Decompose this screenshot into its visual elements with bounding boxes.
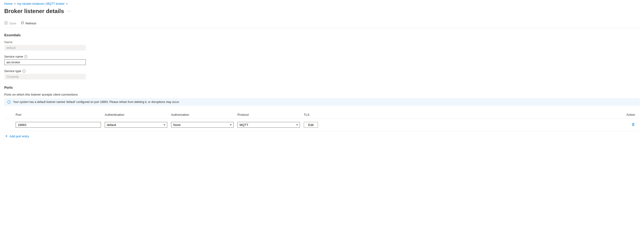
col-port: Port bbox=[16, 113, 101, 116]
col-tls: TLS bbox=[304, 113, 322, 116]
toolbar: Save Refresh bbox=[4, 21, 640, 28]
page-title-row: Broker listener details ··· bbox=[4, 8, 640, 15]
plus-icon: + bbox=[5, 134, 8, 138]
authentication-select[interactable]: default bbox=[105, 122, 167, 128]
protocol-select[interactable]: MQTT bbox=[238, 122, 300, 128]
authorization-select[interactable]: None bbox=[171, 122, 234, 128]
service-name-field: Service name i bbox=[4, 55, 640, 65]
trash-icon bbox=[632, 123, 635, 127]
info-banner-text: Your system has a default listener named… bbox=[13, 100, 180, 104]
page-title: Broker listener details bbox=[4, 8, 64, 15]
chevron-right-icon: > bbox=[66, 2, 68, 6]
refresh-button[interactable]: Refresh bbox=[20, 21, 36, 25]
info-icon[interactable]: i bbox=[22, 70, 26, 73]
service-type-field: Service type i bbox=[4, 69, 640, 79]
ports-heading: Ports bbox=[4, 86, 640, 89]
info-icon: i bbox=[7, 100, 11, 104]
port-input[interactable] bbox=[16, 122, 101, 128]
refresh-label: Refresh bbox=[26, 22, 36, 25]
refresh-icon bbox=[20, 21, 24, 25]
service-name-input[interactable] bbox=[4, 59, 86, 65]
col-action: Action bbox=[626, 113, 640, 116]
ports-description: Ports on which this listener accepts cli… bbox=[4, 93, 640, 96]
service-type-label: Service type bbox=[4, 69, 21, 73]
breadcrumb-home[interactable]: Home bbox=[4, 2, 12, 6]
name-label: Name bbox=[4, 40, 640, 44]
service-name-label-row: Service name i bbox=[4, 55, 640, 58]
table-row: default None MQTT bbox=[4, 119, 640, 131]
essentials-section: Essentials Name Service name i Service t… bbox=[4, 33, 640, 79]
svg-rect-1 bbox=[6, 22, 7, 23]
delete-button[interactable] bbox=[626, 123, 640, 127]
info-icon[interactable]: i bbox=[24, 55, 27, 58]
add-port-label: Add port entry bbox=[10, 134, 29, 138]
more-icon[interactable]: ··· bbox=[67, 9, 71, 13]
essentials-heading: Essentials bbox=[4, 33, 640, 37]
svg-rect-2 bbox=[5, 23, 7, 24]
info-banner: i Your system has a default listener nam… bbox=[4, 98, 640, 106]
service-type-label-row: Service type i bbox=[4, 69, 640, 73]
ports-table-header: Port Authentication Authorization Protoc… bbox=[4, 111, 640, 119]
ports-table: Port Authentication Authorization Protoc… bbox=[4, 111, 640, 131]
name-input bbox=[4, 45, 86, 51]
add-port-button[interactable]: + Add port entry bbox=[5, 134, 640, 138]
tls-edit-button[interactable]: Edit bbox=[304, 122, 318, 128]
save-label: Save bbox=[9, 22, 16, 25]
service-type-input bbox=[4, 74, 86, 79]
breadcrumb-cluster[interactable]: my-cluster-instance | MQTT broker bbox=[17, 2, 64, 6]
ports-section: Ports Ports on which this listener accep… bbox=[4, 86, 640, 138]
col-authentication: Authentication bbox=[105, 113, 167, 116]
chevron-right-icon: > bbox=[14, 2, 16, 6]
breadcrumb: Home > my-cluster-instance | MQTT broker… bbox=[4, 2, 640, 6]
col-protocol: Protocol bbox=[238, 113, 300, 116]
service-name-label: Service name bbox=[4, 55, 23, 58]
col-authorization: Authorization bbox=[171, 113, 234, 116]
save-icon bbox=[4, 21, 8, 25]
name-field: Name bbox=[4, 40, 640, 51]
save-button[interactable]: Save bbox=[4, 21, 16, 25]
